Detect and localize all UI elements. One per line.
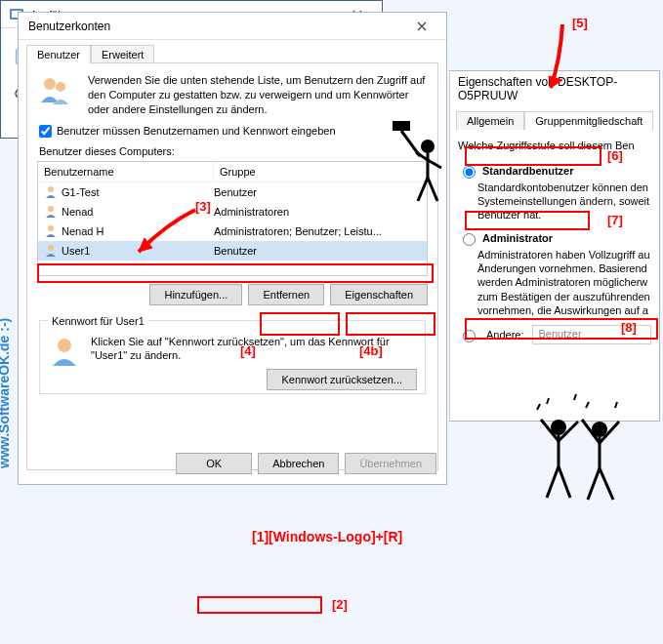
- radio-admin[interactable]: [463, 233, 476, 246]
- list-row[interactable]: G1-Test Benutzer: [38, 182, 427, 202]
- svg-rect-11: [393, 121, 410, 131]
- svg-line-23: [547, 466, 559, 498]
- user-list[interactable]: Benutzername Gruppe G1-Test Benutzer Nen…: [37, 161, 428, 276]
- svg-line-15: [416, 152, 428, 160]
- properties-button[interactable]: Eigenschaften: [330, 284, 428, 305]
- list-label: Benutzer dieses Computers:: [39, 145, 428, 157]
- remove-button[interactable]: Entfernen: [248, 284, 324, 305]
- password-legend: Kennwort für User1: [48, 315, 148, 327]
- admin-text: Administratoren haben Vollzugriff au Änd…: [477, 248, 651, 317]
- tab-advanced[interactable]: Erweitert: [91, 45, 154, 63]
- radio-standard-row[interactable]: Standardbenutzer: [458, 163, 651, 179]
- radio-standard[interactable]: [463, 166, 476, 179]
- svg-point-13: [421, 140, 435, 153]
- close-icon[interactable]: [401, 16, 442, 37]
- users-icon: [37, 73, 76, 117]
- list-row[interactable]: Nenad H Administratoren; Benutzer; Leist…: [38, 221, 427, 241]
- radio-other-label: Andere:: [486, 329, 524, 341]
- svg-point-6: [58, 339, 71, 352]
- titlebar-text: Benutzerkonten: [28, 20, 401, 33]
- tab-panel: Verwenden Sie die unten stehende Liste, …: [26, 62, 438, 470]
- annot-1: [1][Windows-Logo]+[R]: [252, 529, 402, 544]
- ok-button[interactable]: OK: [176, 453, 252, 474]
- checkbox-row[interactable]: Benutzer müssen Benutzernamen und Kennwo…: [39, 125, 428, 138]
- watermark-left: www.SoftwareOK.de :-): [0, 318, 12, 468]
- tab-bar: Benutzer Erweitert: [19, 40, 446, 62]
- description-text: Verwenden Sie die unten stehende Liste, …: [88, 73, 428, 117]
- radio-standard-label: Standardbenutzer: [482, 165, 574, 177]
- user-icon: [48, 335, 81, 368]
- svg-point-4: [48, 225, 54, 231]
- svg-point-2: [48, 186, 54, 192]
- annot-box-2: [197, 596, 322, 614]
- radio-other-row[interactable]: Andere: Benutzer: [458, 325, 651, 344]
- user-accounts-dialog: Benutzerkonten Benutzer Erweitert Verwen…: [18, 12, 447, 485]
- col-username[interactable]: Benutzername: [38, 162, 214, 181]
- password-text: Klicken Sie auf "Kennwort zurücksetzen",…: [91, 335, 417, 364]
- list-header: Benutzername Gruppe: [38, 162, 427, 182]
- svg-line-24: [559, 466, 570, 498]
- radio-admin-label: Administrator: [482, 232, 553, 244]
- tab-membership[interactable]: Gruppenmitgliedschaft: [524, 111, 653, 130]
- svg-point-3: [48, 206, 54, 212]
- svg-line-29: [588, 468, 600, 500]
- radio-other[interactable]: [463, 330, 476, 342]
- svg-point-5: [48, 245, 54, 251]
- checkbox-label: Benutzer müssen Benutzernamen und Kennwo…: [57, 125, 336, 137]
- svg-point-0: [44, 78, 56, 90]
- props-desc: Welche Zugriffsstufe soll diesem Ben: [458, 139, 651, 153]
- svg-line-17: [418, 178, 428, 201]
- properties-dialog: Eigenschaften von DESKTOP-O5PRUUW Allgem…: [449, 70, 660, 422]
- stick-figure-hammer: [391, 117, 449, 205]
- require-password-checkbox[interactable]: [39, 125, 52, 138]
- std-text: Standardkontobenutzer können den Systeme…: [477, 181, 651, 222]
- svg-point-1: [56, 82, 65, 92]
- stick-figures-celebrate: [527, 390, 635, 507]
- cancel-button[interactable]: Abbrechen: [258, 453, 339, 474]
- annot-2: [2]: [332, 597, 348, 612]
- radio-admin-row[interactable]: Administrator: [458, 230, 651, 246]
- list-row[interactable]: Nenad Administratoren: [38, 202, 427, 221]
- other-group-input[interactable]: Benutzer: [532, 325, 651, 344]
- titlebar: Benutzerkonten: [19, 13, 446, 40]
- svg-line-30: [600, 468, 613, 500]
- svg-line-16: [428, 160, 441, 168]
- apply-button[interactable]: Übernehmen: [345, 453, 436, 474]
- list-row[interactable]: User1 Benutzer: [38, 241, 427, 261]
- svg-line-18: [428, 178, 437, 201]
- reset-password-button[interactable]: Kennwort zurücksetzen...: [267, 369, 417, 390]
- add-button[interactable]: Hinzufügen...: [149, 284, 242, 305]
- tab-users[interactable]: Benutzer: [26, 45, 91, 63]
- tab-general[interactable]: Allgemein: [456, 111, 524, 130]
- password-fieldset: Kennwort für User1 Klicken Sie auf "Kenn…: [39, 315, 426, 394]
